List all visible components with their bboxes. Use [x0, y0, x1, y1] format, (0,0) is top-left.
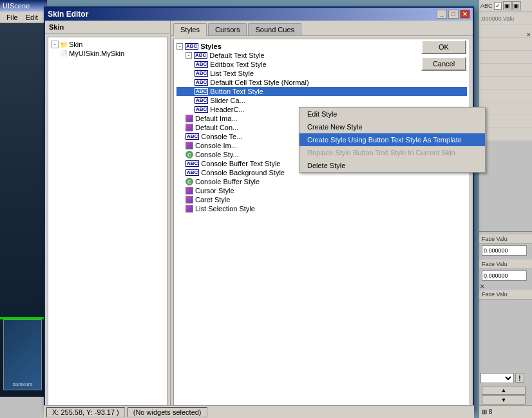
styles-label-4: Button Text Style [210, 88, 263, 95]
styles-img-icon-15 [185, 187, 193, 195]
context-menu-create-new-style[interactable]: Create New Style [299, 120, 485, 133]
styles-c-icon-14: C [185, 178, 193, 185]
right-close-x2[interactable]: ✕ [479, 283, 486, 290]
right-bottom-controls: ! ▲ ▼ [479, 372, 532, 405]
right-arrow-down[interactable]: ▼ [482, 395, 526, 404]
tree-item-myskin[interactable]: 📄 MyUISkin.MySkin [60, 49, 164, 58]
styles-item-15[interactable]: Cursor Style [176, 186, 467, 195]
canvas-area: sarakura [0, 23, 48, 397]
status-coords: X: 255.58, Y: -93.17 ) [46, 407, 125, 417]
styles-abc-12: ABC [185, 160, 199, 167]
styles-c-icon-11: C [185, 151, 193, 158]
styles-label-6: HeaderC... [210, 106, 244, 113]
tabs-bar: Styles Cursors Sound Cues [171, 21, 473, 36]
styles-img-icon-10 [185, 142, 193, 149]
dialog-content: Skin - 📁 Skin 📄 MyUISkin.MySkin St [45, 21, 473, 410]
face-value-label3: Face Valu [479, 290, 532, 299]
skin-panel: Skin - 📁 Skin 📄 MyUISkin.MySkin [45, 21, 171, 410]
skin-folder-icon: 📁 [60, 41, 68, 48]
context-menu: Edit Style Create New Style Create Style… [299, 107, 486, 173]
context-menu-edit-style[interactable]: Edit Style [299, 108, 485, 120]
right-close-x[interactable]: ✕ [526, 32, 532, 38]
styles-item-16[interactable]: Caret Style [176, 195, 467, 204]
face-value-section1: Face Valu [479, 234, 532, 257]
right-arrow-up[interactable]: ▲ [482, 386, 526, 395]
right-grid-row10 [479, 128, 532, 141]
styles-label-10: Console Im... [195, 142, 237, 149]
styles-item-17[interactable]: List Selection Style [176, 204, 467, 213]
styles-abc-3: ABC [195, 79, 208, 86]
styles-item-5[interactable]: ABC Slider Ca... [176, 96, 467, 105]
right-dropdown-row: ! [479, 372, 532, 385]
right-abc-icon: ABC [480, 3, 493, 9]
myskin-label: MyUISkin.MySkin [69, 50, 124, 57]
context-menu-delete-style[interactable]: Delete Style [299, 159, 485, 172]
canvas-label: sarakura [12, 381, 32, 390]
menu-edit[interactable]: Edit [22, 13, 42, 22]
styles-abc-9: ABC [185, 133, 199, 140]
right-panel-top: ABC ✓ ▣ ▣ .000000,Valu ✕ [479, 0, 532, 232]
styles-label-9: Console Te... [201, 133, 242, 140]
styles-label-5: Slider Ca... [210, 97, 245, 104]
status-coords-label: X: 255.58, Y: -93.17 ) [52, 408, 119, 416]
tab-sound-cues[interactable]: Sound Cues [248, 23, 301, 35]
skin-panel-header: Skin [45, 21, 170, 34]
styles-label-1: Editbox Text Style [210, 61, 266, 68]
face-value-label2: Face Valu [479, 260, 532, 269]
right-top-row: ABC ✓ ▣ ▣ [479, 0, 532, 12]
right-grid-row2 [479, 25, 532, 38]
styles-img-icon-17 [185, 205, 193, 213]
styles-label-15: Cursor Style [195, 187, 234, 195]
styles-label-11: Console Sty... [195, 151, 239, 158]
right-exclaim[interactable]: ! [515, 374, 524, 383]
cancel-button[interactable]: Cancel [421, 57, 466, 71]
face-value-label1: Face Valu [479, 234, 532, 244]
styles-item-4[interactable]: ABC Button Text Style [176, 87, 467, 96]
menu-bar: File Edit [0, 12, 47, 23]
right-btn2[interactable]: ▣ [512, 1, 521, 10]
styles-img-icon-8 [185, 124, 193, 131]
styles-root-expander[interactable]: - [176, 43, 183, 50]
styles-expander-0[interactable]: - [185, 52, 192, 59]
skin-expander[interactable]: - [51, 41, 59, 48]
context-menu-replace-style: Replace Style Button Text Style In Curre… [299, 146, 485, 159]
styles-item-3[interactable]: ABC Default Cell Text Style (Normal) [176, 78, 467, 87]
tab-cursors[interactable]: Cursors [208, 23, 247, 35]
styles-content: - ABC Styles - ABC Default Text Style [171, 36, 473, 410]
styles-label-0: Default Text Style [209, 52, 264, 59]
skin-root-label: Skin [69, 41, 82, 48]
tab-styles[interactable]: Styles [173, 23, 207, 36]
right-icon-row: ⊞ 8 [479, 405, 532, 418]
right-grid-row1: .000000,Valu [479, 12, 532, 25]
minimize-button[interactable]: _ [437, 10, 447, 19]
skin-editor-dialog: Skin Editor _ □ ✕ Skin - 📁 Skin 📄 MyUISk… [44, 6, 474, 411]
tree-root-skin[interactable]: - 📁 Skin [51, 40, 164, 49]
context-menu-create-template[interactable]: Create Style Using Button Text Style As … [299, 133, 485, 146]
close-button[interactable]: ✕ [460, 10, 470, 19]
status-widgets-label: (No widgets selected) [133, 408, 202, 416]
right-dropdown[interactable] [480, 373, 514, 383]
dialog-titlebar: Skin Editor _ □ ✕ [45, 8, 473, 21]
face-value-input2[interactable] [482, 271, 527, 281]
styles-abc-4: ABC [195, 88, 208, 95]
right-grid-row5 [479, 64, 532, 77]
right-btn1[interactable]: ▣ [503, 1, 512, 10]
styles-item-14[interactable]: C Console Buffer Style [176, 177, 467, 186]
styles-label-8: Default Con... [195, 124, 238, 131]
face-value-section2: Face Valu [479, 260, 532, 282]
right-grid: .000000,Valu [479, 12, 532, 141]
myskin-icon: 📄 [60, 50, 68, 57]
ok-button[interactable]: OK [421, 40, 466, 54]
styles-label-12: Console Buffer Text Style [201, 160, 280, 167]
styles-label-16: Caret Style [195, 196, 230, 204]
bg-title: UIScene [3, 2, 30, 10]
styles-img-icon-7 [185, 115, 193, 122]
styles-tree-container[interactable]: - ABC Styles - ABC Default Text Style [173, 39, 470, 407]
right-grid-row3 [479, 38, 532, 51]
right-grid-row4 [479, 51, 532, 64]
maximize-button[interactable]: □ [448, 10, 459, 19]
face-value-input1[interactable] [482, 245, 527, 256]
skin-tree[interactable]: - 📁 Skin 📄 MyUISkin.MySkin [48, 37, 167, 407]
menu-file[interactable]: File [3, 13, 22, 22]
right-check1[interactable]: ✓ [494, 2, 502, 10]
